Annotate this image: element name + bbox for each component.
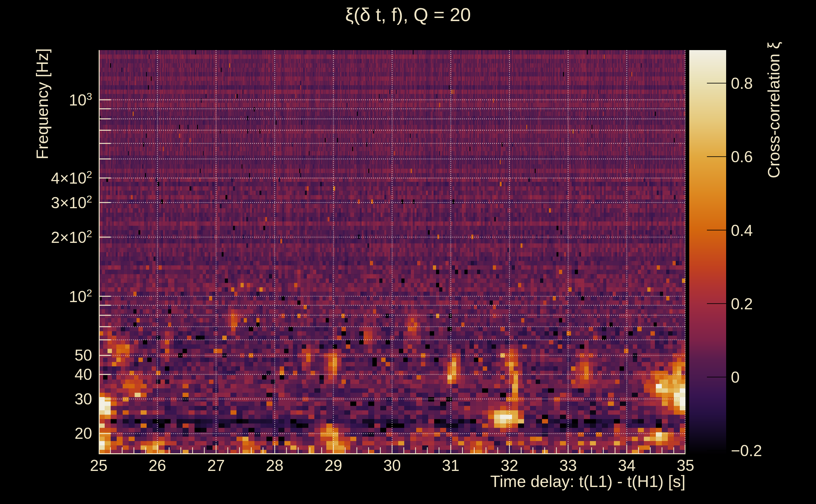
x-axis-title: Time delay: t(L1) - t(H1) [s] <box>370 472 686 491</box>
x-tick-label: 29 <box>308 456 359 475</box>
y-tick-label: 2×102 <box>13 228 92 247</box>
y-axis-title: Frequency [Hz] <box>33 48 52 159</box>
colorbar-tick-label: 0 <box>731 368 794 387</box>
y-tick-label: 102 <box>13 287 92 306</box>
y-tick-label: 4×102 <box>13 169 92 187</box>
x-tick-label: 27 <box>191 456 241 475</box>
x-tick-label: 26 <box>132 456 182 475</box>
y-tick-label: 50 <box>13 346 92 364</box>
colorbar-tick-label: 0.6 <box>731 148 794 166</box>
chart-title: ξ(δ t, f), Q = 20 <box>0 4 816 26</box>
y-tick-label: 30 <box>13 390 92 408</box>
y-tick-label: 3×102 <box>13 193 92 212</box>
x-tick-label: 25 <box>73 456 124 475</box>
colorbar-tick-label: 0.2 <box>731 295 794 313</box>
y-tick-label: 40 <box>13 365 92 384</box>
colorbar-tick-label: 0.4 <box>731 221 794 240</box>
colorbar-gradient <box>689 50 726 454</box>
figure: ξ(δ t, f), Q = 20 1034×1023×1022×1021025… <box>0 0 816 504</box>
colorbar-title: Cross-correlation ξ <box>764 42 783 178</box>
heatmap-canvas <box>99 50 686 454</box>
y-tick-label: 20 <box>13 424 92 443</box>
x-tick-label: 28 <box>250 456 300 475</box>
colorbar-tick-label: 0.8 <box>731 74 794 93</box>
colorbar-tick-label: −0.2 <box>731 442 794 460</box>
y-tick-label: 103 <box>13 91 92 109</box>
